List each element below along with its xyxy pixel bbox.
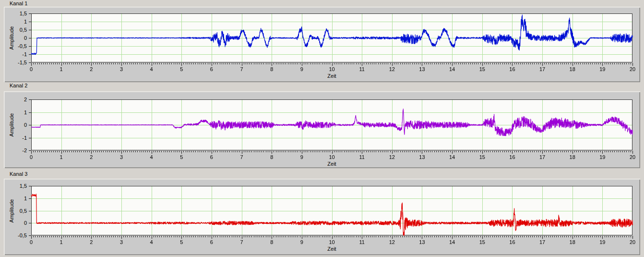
x-tick-label: 1 (60, 239, 63, 245)
x-tick-label: 14 (449, 66, 455, 72)
x-tick-label: 19 (599, 66, 605, 72)
x-tick-label: 5 (180, 239, 183, 245)
waveform-panel-kanal-2: Amplitude Zeit 210-1-2012345678910111213… (4, 91, 640, 168)
chart-title-kanal-1: Kanal 1 (10, 0, 27, 7)
waveform-plot-kanal-2[interactable] (29, 99, 633, 155)
x-tick-label: 12 (389, 239, 395, 245)
x-tick-label: 2 (90, 66, 93, 72)
waveform-plot-kanal-1[interactable] (29, 13, 633, 67)
x-tick-label: 18 (570, 154, 575, 160)
chart-title-kanal-3: Kanal 3 (10, 171, 27, 177)
y-tick-label: 0,5 (4, 27, 27, 33)
x-tick-label: 4 (150, 154, 153, 160)
x-tick-label: 3 (120, 154, 123, 160)
y-tick-label: 1 (4, 196, 27, 201)
x-tick-label: 4 (150, 239, 153, 245)
x-tick-label: 1 (60, 66, 63, 72)
x-tick-label: 11 (359, 66, 364, 72)
x-axis-label: Zeit (327, 73, 336, 79)
x-tick-label: 10 (329, 154, 334, 160)
x-tick-label: 9 (300, 239, 303, 245)
waveform-panel-kanal-3: Amplitude Zeit 1,510,50-0,50123456789101… (4, 179, 640, 255)
x-tick-label: 19 (599, 154, 605, 160)
x-tick-label: 15 (479, 154, 485, 160)
y-tick-label: 1 (4, 110, 27, 115)
x-tick-label: 4 (150, 66, 153, 72)
x-tick-label: 12 (389, 154, 395, 160)
x-tick-label: 13 (419, 66, 425, 72)
y-tick-label: -1 (4, 51, 27, 57)
x-tick-label: 6 (210, 66, 213, 72)
chart-title-kanal-2: Kanal 2 (10, 83, 27, 89)
x-tick-label: 20 (630, 66, 635, 72)
x-tick-label: 17 (539, 239, 545, 245)
y-tick-label: -0,5 (4, 233, 27, 238)
x-tick-label: 7 (240, 154, 243, 160)
x-tick-label: 6 (210, 239, 213, 245)
x-tick-label: 14 (449, 239, 455, 245)
x-tick-label: 2 (90, 154, 93, 160)
x-tick-label: 9 (300, 66, 303, 72)
x-tick-label: 14 (449, 154, 455, 160)
y-tick-label: 0 (4, 35, 27, 41)
x-tick-label: 5 (180, 154, 183, 160)
x-tick-label: 11 (359, 239, 364, 245)
y-tick-label: -1 (4, 135, 27, 141)
x-tick-label: 7 (240, 239, 243, 245)
front-panel: Kanal 1 Amplitude Zeit 1,510,50-0,5-1-1,… (0, 0, 644, 257)
y-tick-label: 0 (4, 220, 27, 226)
x-tick-label: 19 (599, 239, 605, 245)
waveform-panel-kanal-1: Amplitude Zeit 1,510,50-0,5-1-1,50123456… (4, 7, 640, 82)
x-tick-label: 3 (120, 239, 123, 245)
x-tick-label: 3 (120, 66, 123, 72)
x-tick-label: 13 (419, 154, 425, 160)
x-tick-label: 0 (30, 239, 33, 245)
x-axis-label: Zeit (327, 161, 336, 167)
x-tick-label: 16 (509, 154, 515, 160)
x-tick-label: 20 (630, 239, 635, 245)
x-tick-label: 7 (240, 66, 243, 72)
y-tick-label: -1,5 (4, 60, 27, 65)
y-tick-label: 1,5 (4, 183, 27, 189)
x-tick-label: 15 (479, 239, 485, 245)
x-tick-label: 17 (539, 66, 545, 72)
x-tick-label: 13 (419, 239, 425, 245)
y-tick-label: -2 (4, 147, 27, 153)
x-tick-label: 16 (509, 66, 515, 72)
x-tick-label: 8 (270, 66, 273, 72)
x-tick-label: 11 (359, 154, 364, 160)
y-tick-label: 0 (4, 122, 27, 128)
x-axis-label: Zeit (327, 246, 336, 252)
x-tick-label: 2 (90, 239, 93, 245)
x-tick-label: 18 (570, 239, 575, 245)
x-tick-label: 10 (329, 239, 334, 245)
y-tick-label: 2 (4, 97, 27, 102)
x-tick-label: 6 (210, 154, 213, 160)
waveform-plot-kanal-3[interactable] (29, 186, 633, 240)
x-tick-label: 20 (630, 154, 635, 160)
x-tick-label: 0 (30, 66, 33, 72)
x-tick-label: 8 (270, 239, 273, 245)
x-tick-label: 1 (60, 154, 63, 160)
x-tick-label: 15 (479, 66, 485, 72)
x-tick-label: 9 (300, 154, 303, 160)
y-tick-label: 0,5 (4, 208, 27, 214)
x-tick-label: 0 (30, 154, 33, 160)
y-tick-label: 1,5 (4, 11, 27, 16)
x-tick-label: 17 (539, 154, 545, 160)
y-tick-label: 1 (4, 19, 27, 24)
x-tick-label: 16 (509, 239, 515, 245)
x-tick-label: 10 (329, 66, 334, 72)
x-tick-label: 12 (389, 66, 395, 72)
x-tick-label: 18 (570, 66, 575, 72)
x-tick-label: 5 (180, 66, 183, 72)
x-tick-label: 8 (270, 154, 273, 160)
y-tick-label: -0,5 (4, 43, 27, 49)
